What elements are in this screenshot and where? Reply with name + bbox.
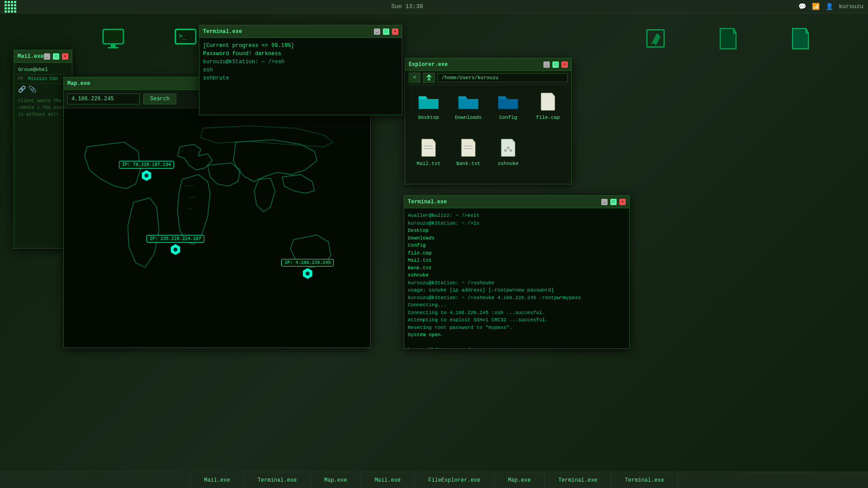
file-item-mailtxt[interactable]: Mail.txt bbox=[410, 136, 447, 179]
system-clock: Sun 13:30 bbox=[392, 3, 423, 10]
map-node-1[interactable]: IP: 78.228.197.134 bbox=[119, 161, 174, 181]
svg-point-25 bbox=[504, 149, 507, 152]
desktop-icon-edit[interactable] bbox=[637, 25, 674, 52]
map-search-button[interactable]: Search bbox=[143, 94, 176, 104]
terminal-br-line-6: file.cap bbox=[408, 249, 626, 257]
map-node-1-icon bbox=[141, 170, 152, 181]
terminal-top-line-2: Password found! darkness bbox=[203, 50, 398, 58]
svg-rect-19 bbox=[428, 79, 430, 80]
terminal-br-line-3: Desktop bbox=[408, 227, 626, 235]
taskbar-top-left bbox=[5, 1, 16, 13]
explorer-toolbar: < bbox=[405, 71, 571, 85]
explorer-path-input[interactable] bbox=[438, 73, 568, 82]
explorer-body: Desktop Downloads bbox=[405, 85, 571, 184]
desktop-icon-file1[interactable] bbox=[710, 25, 746, 52]
filecap-label: file.cap bbox=[536, 115, 560, 120]
terminal-br-line-1: Avaller@Bullz2: ~ />exit bbox=[408, 212, 626, 220]
mailtxt-label: Mail.txt bbox=[417, 161, 441, 166]
mail-close-btn[interactable]: ✕ bbox=[62, 53, 68, 60]
terminal-icon: >_ bbox=[172, 25, 199, 52]
terminal-br-body[interactable]: Avaller@Bullz2: ~ />exit kurouzu@kStatio… bbox=[404, 208, 629, 348]
desktop: Sun 13:30 💬 📶 👤 kurouzu bbox=[0, 0, 868, 488]
map-node-1-label: IP: 78.228.197.134 bbox=[119, 161, 174, 169]
mail-minimize-btn[interactable]: _ bbox=[44, 53, 50, 60]
taskbar-map2[interactable]: Map.exe bbox=[495, 472, 545, 488]
terminal-br-line-17: System open. bbox=[408, 331, 626, 339]
map-node-2[interactable]: IP: 235.226.224.167 bbox=[146, 235, 204, 255]
file1-icon bbox=[714, 25, 741, 52]
map-address-input[interactable] bbox=[67, 94, 140, 104]
desktop-icons-row: >_ bbox=[90, 20, 208, 56]
terminal-br-maximize[interactable]: □ bbox=[610, 199, 617, 205]
file-item-banktxt[interactable]: Bank.txt bbox=[450, 136, 486, 179]
mail-link-icon[interactable]: 🔗 bbox=[18, 85, 26, 93]
explorer-up-btn[interactable] bbox=[423, 73, 435, 83]
taskbar-terminal1[interactable]: Terminal.exe bbox=[244, 472, 311, 488]
taskbar-mail2[interactable]: Mail.exe bbox=[361, 472, 415, 488]
terminal-br-titlebar[interactable]: Terminal.exe _ □ ✕ bbox=[404, 196, 629, 208]
taskbar-explorer[interactable]: FileExplorer.exe bbox=[415, 472, 494, 488]
terminal-top-body[interactable]: [Current progress => 99.19%] Password fo… bbox=[199, 38, 402, 115]
username-label: kurouzu bbox=[839, 3, 863, 10]
terminal-br-window: Terminal.exe _ □ ✕ Avaller@Bullz2: ~ />e… bbox=[404, 195, 630, 349]
mail-titlebar[interactable]: Mail.exe _ □ ✕ bbox=[14, 50, 72, 63]
terminal-top-maximize[interactable]: □ bbox=[383, 28, 389, 35]
taskbar-terminal2[interactable]: Terminal.exe bbox=[545, 472, 611, 488]
sshnuke-label: sshnuke bbox=[498, 161, 519, 166]
svg-point-24 bbox=[507, 146, 509, 149]
explorer-close[interactable]: ✕ bbox=[561, 61, 568, 68]
terminal-br-prompt[interactable]: kurouzu@kStation: ~ />█ bbox=[408, 346, 626, 348]
map-title: Map.exe bbox=[67, 80, 90, 87]
terminal-br-line-11: usage: ssnuke [ip address] [-rootpw=new … bbox=[408, 286, 626, 294]
user-tray-icon[interactable]: 👤 bbox=[825, 3, 833, 11]
file-item-config[interactable]: Config bbox=[490, 90, 526, 133]
terminal-top-line-4: ssh bbox=[203, 66, 398, 74]
desktop-icon-terminal2[interactable]: >_ bbox=[167, 25, 203, 52]
taskbar-map[interactable]: Map.exe bbox=[311, 472, 361, 488]
file-item-desktop[interactable]: Desktop bbox=[410, 90, 447, 133]
terminal-top-controls: _ □ ✕ bbox=[374, 28, 398, 35]
terminal-br-line-15: Attempting to exploit SSHv1 CRC32 ...suc… bbox=[408, 316, 626, 324]
mail-tab[interactable]: PF Mission Con bbox=[16, 75, 70, 84]
explorer-maximize[interactable]: □ bbox=[552, 61, 559, 68]
svg-rect-1 bbox=[104, 31, 122, 42]
monitor-icon bbox=[99, 25, 127, 52]
mail-clip-icon[interactable]: 📎 bbox=[28, 85, 36, 93]
terminal-br-close[interactable]: ✕ bbox=[619, 199, 626, 205]
mail-sender[interactable]: Groue@ebel bbox=[16, 65, 70, 75]
banktxt-label: Bank.txt bbox=[457, 161, 481, 166]
explorer-controls: _ □ ✕ bbox=[543, 61, 568, 68]
mail-action-icons: 🔗 📎 bbox=[16, 84, 70, 95]
terminal-br-line-8: Bank.txt bbox=[408, 264, 626, 272]
taskbar-terminal3[interactable]: Terminal.exe bbox=[611, 472, 678, 488]
explorer-title: Explorer.exe bbox=[409, 61, 448, 68]
taskbar-mail[interactable]: Mail.exe bbox=[190, 472, 244, 488]
system-tray: 💬 📶 👤 kurouzu bbox=[798, 3, 863, 11]
chat-tray-icon[interactable]: 💬 bbox=[798, 3, 806, 11]
desktop-icon-file2[interactable] bbox=[782, 25, 818, 52]
file-item-sshnuke[interactable]: sshnuke bbox=[490, 136, 526, 179]
map-content: IP: 78.228.197.134 IP: 235.226.224.167 I… bbox=[64, 108, 370, 347]
map-window: Map.exe _ □ ✕ Search « » bbox=[63, 77, 371, 348]
downloads-folder-label: Downloads bbox=[455, 115, 481, 120]
file-item-downloads[interactable]: Downloads bbox=[450, 90, 486, 133]
terminal-top-minimize[interactable]: _ bbox=[374, 28, 380, 35]
explorer-back-btn[interactable]: < bbox=[409, 73, 420, 83]
map-node-3[interactable]: IP: 4.186.226.245 bbox=[281, 259, 334, 279]
explorer-minimize[interactable]: _ bbox=[543, 61, 550, 68]
desktop-icon-terminal1[interactable] bbox=[95, 25, 131, 52]
explorer-titlebar[interactable]: Explorer.exe _ □ ✕ bbox=[405, 58, 571, 71]
terminal-top-line-5: sshbrute bbox=[203, 74, 398, 82]
filecap-icon bbox=[537, 90, 559, 113]
explorer-window: Explorer.exe _ □ ✕ < bbox=[405, 58, 572, 184]
terminal-br-minimize[interactable]: _ bbox=[601, 199, 608, 205]
file-item-filecap[interactable]: file.cap bbox=[530, 90, 566, 133]
mail-maximize-btn[interactable]: □ bbox=[53, 53, 59, 60]
terminal-top-titlebar[interactable]: Terminal.exe _ □ ✕ bbox=[199, 25, 402, 38]
terminal-top-close[interactable]: ✕ bbox=[392, 28, 398, 35]
wifi-tray-icon[interactable]: 📶 bbox=[811, 3, 820, 11]
terminal-br-line-16: Reseting root password to "mypass". bbox=[408, 324, 626, 332]
app-grid-icon[interactable] bbox=[5, 1, 16, 13]
terminal-br-line-13: Connecting... bbox=[408, 301, 626, 309]
terminal-br-line-4: Downloads bbox=[408, 235, 626, 242]
